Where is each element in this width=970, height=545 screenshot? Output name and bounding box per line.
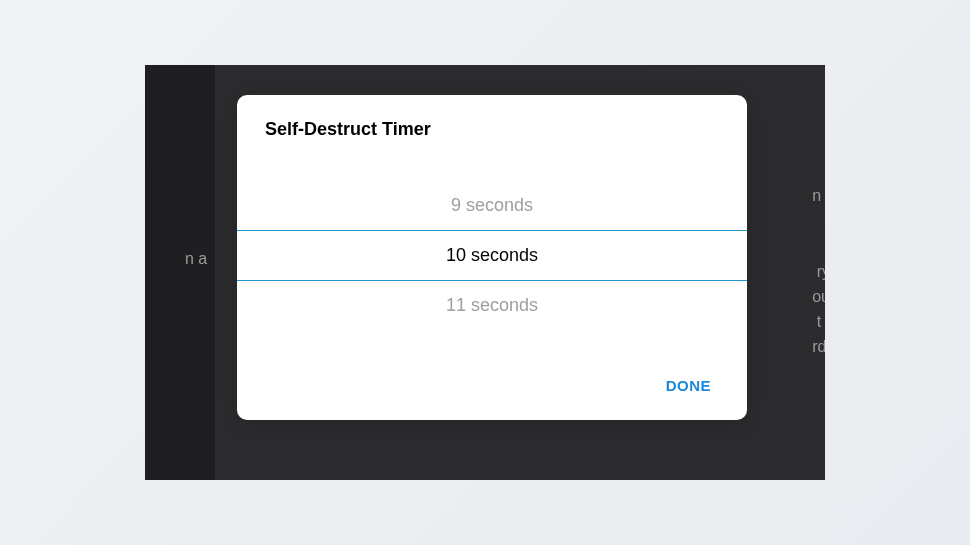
bg-text-fragment: ou bbox=[812, 288, 825, 306]
bg-text-fragment: n t bbox=[812, 187, 825, 205]
picker-option-selected[interactable]: 10 seconds bbox=[237, 230, 747, 281]
app-background: n a n t ry ou t t rdi Self-Destruct Time… bbox=[145, 65, 825, 480]
self-destruct-timer-dialog: Self-Destruct Timer 9 seconds 10 seconds… bbox=[237, 95, 747, 420]
bg-text-fragment: n a bbox=[185, 250, 207, 268]
dialog-title: Self-Destruct Timer bbox=[237, 95, 747, 156]
bg-text-fragment: rdi bbox=[812, 338, 825, 356]
timer-picker[interactable]: 9 seconds 10 seconds 11 seconds bbox=[237, 156, 747, 355]
done-button[interactable]: DONE bbox=[654, 369, 723, 402]
dialog-actions: DONE bbox=[237, 355, 747, 420]
picker-option-prev[interactable]: 9 seconds bbox=[237, 181, 747, 230]
bg-text-fragment: ry bbox=[817, 263, 825, 281]
picker-option-next[interactable]: 11 seconds bbox=[237, 281, 747, 330]
dark-sidebar bbox=[145, 65, 215, 480]
bg-text-fragment: t t bbox=[817, 313, 825, 331]
